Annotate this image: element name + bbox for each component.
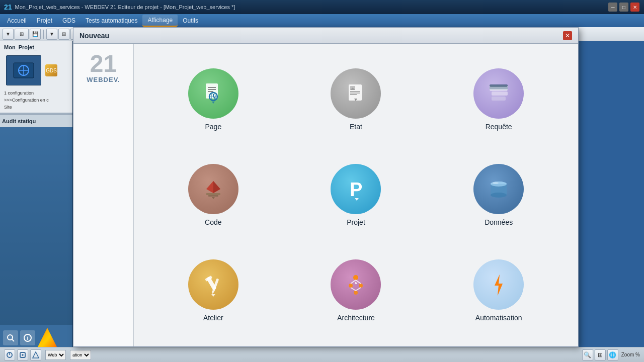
code-label: Code <box>205 218 221 226</box>
audit-section: Audit statiqu <box>0 115 72 127</box>
status-right-icon-2[interactable]: ⊞ <box>595 349 606 360</box>
site-label: Site <box>2 104 70 111</box>
svg-text:i: i <box>27 335 29 341</box>
status-icon-1[interactable] <box>4 349 15 360</box>
status-icon-2[interactable] <box>17 349 28 360</box>
title-bar: 21 Mon_Projet_web_services - WEBDEV 21 E… <box>0 0 644 14</box>
svg-rect-30 <box>490 87 508 89</box>
menu-gds[interactable]: GDS <box>57 15 80 26</box>
nouveau-dialog: Nouveau ✕ 21 WEBDEV. <box>73 27 579 347</box>
svg-line-5 <box>12 339 14 341</box>
minimize-button[interactable]: ─ <box>608 3 617 12</box>
toolbar-btn-5[interactable]: ⊞ <box>58 29 69 40</box>
svg-marker-47 <box>211 294 215 297</box>
grid-item-etat[interactable]: Etat <box>285 52 428 147</box>
svg-point-42 <box>493 182 499 184</box>
status-right-icons: 🔍 ⊞ 🌐 <box>582 349 618 360</box>
grid-item-page[interactable]: Page <box>142 52 285 147</box>
toolbar-btn-3[interactable]: 💾 <box>30 29 41 40</box>
requete-label: Requête <box>486 123 512 131</box>
grid-item-atelier[interactable]: Atelier <box>142 243 285 338</box>
menu-tests[interactable]: Tests automatiques <box>80 15 142 26</box>
grid-item-projet[interactable]: P Projet <box>285 147 428 243</box>
app-icon: 21 <box>4 3 12 11</box>
architecture-label: Architecture <box>337 314 375 322</box>
svg-rect-29 <box>490 84 508 87</box>
status-dropdown-2[interactable]: ation <box>70 350 91 360</box>
status-right-icon-1[interactable]: 🔍 <box>582 349 593 360</box>
main-area: Mon_Projet_ GDS 1 configuration >>>Confi… <box>0 41 644 362</box>
webdev-logo-number: 21 <box>90 52 117 76</box>
svg-point-40 <box>491 193 507 198</box>
status-icon-3[interactable] <box>30 349 41 360</box>
status-bar: Web ation 🔍 ⊞ 🌐 Zoom % <box>0 347 644 362</box>
toolbar-btn-4[interactable]: ▼ <box>46 29 57 40</box>
menu-outils[interactable]: Outils <box>178 15 203 26</box>
svg-marker-35 <box>212 197 215 199</box>
etat-label: Etat <box>350 123 362 131</box>
page-circle-icon <box>188 68 238 119</box>
svg-rect-34 <box>208 195 218 197</box>
window-controls: ─ □ ✕ <box>608 3 640 12</box>
svg-text:P: P <box>350 179 362 200</box>
grid-item-code[interactable]: Code <box>142 147 285 243</box>
svg-marker-59 <box>495 275 503 296</box>
menu-accueil[interactable]: Accueil <box>2 15 32 26</box>
automatisation-circle-icon <box>473 259 524 310</box>
status-right-icon-3[interactable]: 🌐 <box>607 349 618 360</box>
menu-projet[interactable]: Projet <box>32 15 57 26</box>
taskbar-icons <box>4 349 41 360</box>
grid-item-automatisation[interactable]: Automatisation <box>427 243 570 338</box>
donnees-label: Données <box>485 218 513 226</box>
close-button[interactable]: ✕ <box>630 3 639 12</box>
svg-point-4 <box>8 335 13 340</box>
item-grid: Page <box>134 44 578 346</box>
grid-item-requete[interactable]: Requête <box>427 52 570 147</box>
project-thumbnail <box>6 55 41 85</box>
left-panel-top: Mon_Projet_ GDS 1 configuration >>>Confi… <box>0 41 72 113</box>
toolbar-btn-2[interactable]: ⊞ <box>15 29 29 40</box>
atelier-label: Atelier <box>203 314 223 322</box>
svg-rect-27 <box>492 92 508 96</box>
svg-marker-57 <box>355 281 358 284</box>
project-name: Mon_Projet_ <box>2 43 70 51</box>
info-bottom-icon[interactable]: i <box>20 330 35 345</box>
config-detail: >>>Configuration en c <box>2 97 70 104</box>
left-panel: Mon_Projet_ GDS 1 configuration >>>Confi… <box>0 41 73 362</box>
svg-point-48 <box>353 275 358 280</box>
search-bottom-icon[interactable] <box>3 330 18 345</box>
automatisation-label: Automatisation <box>475 314 522 322</box>
svg-point-49 <box>349 284 353 288</box>
svg-marker-65 <box>33 352 39 358</box>
dialog-title-bar: Nouveau ✕ <box>73 28 578 44</box>
svg-point-50 <box>359 284 363 288</box>
status-bar-right: 🔍 ⊞ 🌐 Zoom % <box>582 349 640 360</box>
atelier-circle-icon <box>188 259 238 310</box>
architecture-circle-icon <box>331 259 381 310</box>
menu-affichage[interactable]: Affichage <box>142 15 178 27</box>
svg-rect-33 <box>206 193 220 195</box>
gds-icon[interactable]: GDS <box>45 64 57 76</box>
svg-point-41 <box>491 182 507 187</box>
zoom-label: Zoom % <box>621 352 640 357</box>
webdev-logo-area: 21 WEBDEV. <box>73 44 134 346</box>
dialog-title: Nouveau <box>79 32 109 40</box>
dialog-close-button[interactable]: ✕ <box>563 31 572 40</box>
svg-line-54 <box>351 288 356 291</box>
requete-circle-icon <box>473 68 524 119</box>
page-label: Page <box>205 123 221 131</box>
toolbar-sep-1 <box>43 30 44 39</box>
code-circle-icon <box>188 164 238 214</box>
webdev-logo-text: WEBDEV. <box>87 76 120 83</box>
svg-marker-18 <box>212 102 215 104</box>
svg-marker-32 <box>213 181 220 193</box>
grid-item-architecture[interactable]: Architecture <box>285 243 428 338</box>
svg-line-55 <box>356 288 361 291</box>
restore-button[interactable]: □ <box>619 3 628 12</box>
grid-item-donnees[interactable]: Données <box>427 147 570 243</box>
toolbar-btn-1[interactable]: ▼ <box>3 29 14 40</box>
status-dropdown-1[interactable]: Web <box>45 350 66 360</box>
video2brain-logo <box>37 328 57 348</box>
projet-circle-icon: P <box>331 164 381 214</box>
window-title: Mon_Projet_web_services - WEBDEV 21 Edit… <box>15 4 235 10</box>
